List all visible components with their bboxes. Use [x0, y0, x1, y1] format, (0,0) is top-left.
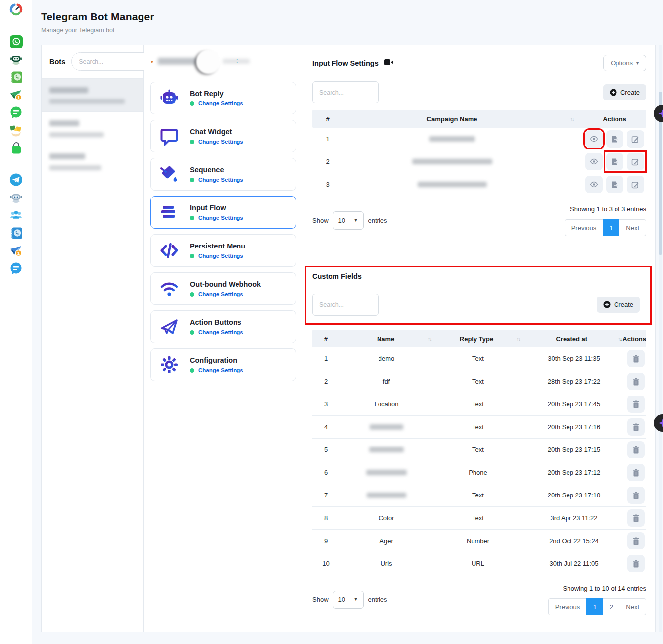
delete-button[interactable]	[627, 350, 645, 367]
page-size-select[interactable]: 10▼	[333, 591, 364, 609]
page-size-select[interactable]: 10▼	[333, 211, 364, 230]
menu-card-outbound-webhook[interactable]: Out-bound Webhook Change Settings	[150, 272, 296, 305]
contacts-green-icon[interactable]	[9, 70, 23, 84]
column-created-at[interactable]: Created at↑↓	[521, 335, 622, 343]
sort-icon[interactable]: ↑↓	[561, 116, 583, 122]
delete-button[interactable]	[627, 509, 645, 527]
change-settings-link[interactable]: Change Settings	[198, 177, 243, 183]
shop-icon[interactable]	[9, 142, 23, 155]
column-number[interactable]: #	[312, 335, 339, 343]
show-label: Show	[312, 217, 329, 224]
change-settings-link[interactable]: Change Settings	[198, 291, 243, 297]
robot-green-icon[interactable]	[9, 52, 23, 66]
campaign-green-icon[interactable]: 1	[9, 88, 23, 101]
view-button[interactable]	[585, 176, 603, 193]
field-name: Urls	[339, 560, 433, 567]
svg-text:1: 1	[17, 251, 20, 256]
previous-page-button[interactable]: Previous	[565, 219, 604, 236]
partners-icon[interactable]	[9, 124, 23, 137]
delete-button[interactable]	[627, 532, 645, 549]
custom-field-row: 10 Urls URL 30th Jul 22 11:05	[312, 552, 646, 575]
menu-card-input-flow[interactable]: Input Flow Change Settings	[150, 196, 296, 229]
menu-card-chat-widget[interactable]: Chat Widget Change Settings	[150, 120, 296, 152]
change-settings-link[interactable]: Change Settings	[198, 215, 243, 221]
bot-list-item[interactable]	[42, 111, 143, 145]
view-button[interactable]	[585, 130, 603, 148]
scrollbar-track[interactable]	[659, 45, 662, 632]
field-name-redacted	[367, 493, 406, 498]
delete-button[interactable]	[627, 373, 645, 390]
custom-fields-search-input[interactable]	[312, 294, 379, 316]
change-settings-link[interactable]: Change Settings	[198, 329, 243, 335]
row-number: 9	[312, 537, 339, 545]
row-number: 2	[312, 378, 339, 385]
bot-list-item[interactable]	[42, 78, 143, 111]
change-settings-link[interactable]: Change Settings	[198, 100, 243, 106]
change-settings-link[interactable]: Change Settings	[198, 367, 243, 373]
bot-avatar-redacted	[196, 50, 220, 74]
delete-button[interactable]	[627, 441, 645, 458]
menu-card-persistent-menu[interactable]: Persistent Menu Change Settings	[150, 234, 296, 267]
view-button[interactable]	[585, 153, 603, 170]
bots-label: Bots	[49, 58, 65, 66]
previous-page-button[interactable]: Previous	[548, 598, 587, 615]
export-button[interactable]	[606, 176, 623, 193]
column-number[interactable]: #	[312, 115, 343, 123]
created-at: 20th Sep 23 17:45	[522, 400, 625, 408]
row-number: 4	[312, 423, 339, 431]
menu-card-bot-reply[interactable]: Bot Reply Change Settings	[150, 82, 296, 114]
robot-blue-icon[interactable]	[9, 191, 23, 204]
telegram-icon[interactable]	[9, 173, 23, 186]
column-actions: Actions	[583, 115, 646, 123]
menu-card-sequence[interactable]: Sequence Change Settings	[150, 158, 296, 191]
edit-button[interactable]	[627, 176, 644, 193]
audience-icon[interactable]	[9, 208, 23, 222]
menu-card-action-buttons[interactable]: Action Buttons Change Settings	[150, 310, 296, 343]
speedtest-icon[interactable]	[9, 2, 23, 16]
bot-reply-icon	[158, 87, 180, 109]
column-name[interactable]: Name↑↓	[339, 335, 432, 343]
delete-button[interactable]	[627, 418, 645, 436]
delete-button[interactable]	[627, 555, 645, 572]
plus-circle-icon	[603, 301, 611, 308]
created-at: 20th Sep 23 17:10	[522, 492, 625, 499]
custom-field-row: 4 Text 20th Sep 23 17:16	[312, 416, 646, 439]
menu-card-configuration[interactable]: Configuration Change Settings	[150, 348, 296, 381]
video-camera-icon[interactable]	[384, 59, 394, 67]
page-1-button[interactable]: 1	[603, 219, 619, 236]
edit-button[interactable]	[627, 153, 644, 170]
chat-green-icon[interactable]	[9, 106, 23, 119]
create-custom-field-button[interactable]: Create	[597, 297, 640, 313]
change-settings-link[interactable]: Change Settings	[198, 139, 243, 145]
status-dot	[190, 292, 194, 297]
sort-icon[interactable]: ↑↓	[618, 336, 621, 342]
options-button[interactable]: Options▾	[603, 55, 646, 71]
sort-icon[interactable]: ↑↓	[516, 336, 520, 342]
delete-button[interactable]	[627, 396, 645, 413]
edit-button[interactable]	[627, 130, 644, 148]
column-campaign-name[interactable]: Campaign Name	[343, 115, 561, 123]
menu-card-title: Sequence	[190, 166, 243, 174]
chat-blue-icon[interactable]	[9, 262, 23, 275]
change-settings-link[interactable]: Change Settings	[198, 253, 243, 259]
next-page-button[interactable]: Next	[619, 598, 646, 615]
delete-button[interactable]	[627, 464, 645, 481]
entries-label: entries	[368, 217, 387, 224]
export-button[interactable]	[606, 153, 623, 170]
field-name-redacted	[366, 470, 407, 475]
sort-icon[interactable]: ↑↓	[428, 336, 431, 342]
app-icon-rail: 1 1	[0, 0, 32, 644]
delete-button[interactable]	[627, 487, 645, 504]
contacts-blue-icon[interactable]	[9, 226, 23, 240]
bot-list-item[interactable]	[42, 145, 143, 178]
page-1-button[interactable]: 1	[586, 598, 603, 615]
campaign-blue-icon[interactable]: 1	[9, 244, 23, 257]
whatsapp-icon[interactable]	[9, 35, 23, 48]
create-campaign-button[interactable]: Create	[603, 84, 646, 100]
custom-field-row: 7 Text 20th Sep 23 17:10	[312, 484, 646, 507]
page-2-button[interactable]: 2	[603, 598, 619, 615]
campaign-search-input[interactable]	[312, 81, 379, 103]
export-button[interactable]	[606, 130, 623, 148]
column-reply-type[interactable]: Reply Type↑↓	[432, 335, 521, 343]
next-page-button[interactable]: Next	[619, 219, 646, 236]
